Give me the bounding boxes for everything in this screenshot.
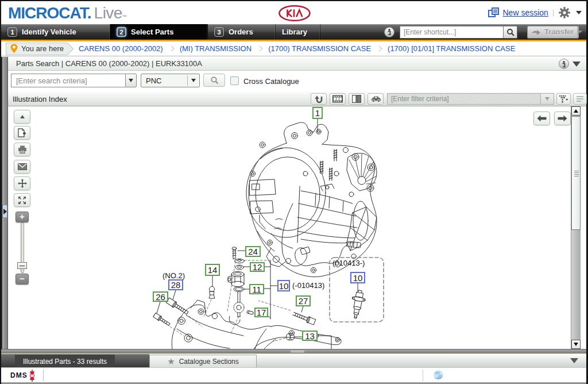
part-callout-17[interactable]: 17	[254, 308, 268, 317]
scrollbar-up-arrow[interactable]	[571, 106, 581, 116]
header-actions: New session |	[488, 6, 582, 20]
parts-search-info-icon[interactable]	[559, 59, 569, 69]
shortcut-search-button[interactable]	[504, 26, 517, 39]
fit-screen-button[interactable]	[14, 193, 30, 207]
new-session-link[interactable]: New session	[503, 8, 548, 17]
search-type-select[interactable]: PNC	[141, 74, 200, 87]
horizontal-splitter[interactable]	[1, 349, 586, 354]
tab-catalogue-sections-label: Catalogue Sections	[179, 358, 239, 366]
nav-tab-library[interactable]: Library	[276, 24, 320, 40]
nav-tab-label: Orders	[229, 28, 253, 36]
part-callout-26[interactable]: 26	[153, 291, 168, 302]
part-callout-12[interactable]: 12	[250, 262, 265, 272]
nav-tab-label: Library	[282, 28, 307, 36]
left-panel-splitter[interactable]	[1, 57, 8, 354]
tab-catalogue-sections[interactable]: ★ Catalogue Sections	[149, 355, 257, 368]
illustration-annotation: (-010413)	[292, 281, 324, 290]
shortcut-input[interactable]	[400, 26, 504, 39]
search-criteria-dropdown[interactable]	[125, 74, 137, 87]
split-view-button[interactable]	[349, 93, 365, 105]
status-bar: DMS	[1, 367, 586, 382]
list-icon	[576, 95, 584, 102]
next-illustration-button[interactable]	[554, 112, 571, 125]
illustration-canvas[interactable]: + − 12412142826111017271310(NO.2)(-01041…	[8, 106, 578, 349]
part-callout-11[interactable]: 11	[249, 284, 264, 294]
parts-search-header: Parts Search | CARENS 00 (2000-2002) | E…	[8, 57, 586, 71]
search-type-value: PNC	[141, 76, 187, 85]
scrollbar-thumb[interactable]	[571, 116, 581, 230]
breadcrumb-link[interactable]: (1700) TRANSMISSION CASE	[268, 44, 371, 53]
header-separator: |	[552, 9, 554, 17]
cross-catalogue-checkbox[interactable]	[230, 76, 239, 85]
transfer-button[interactable]: Transfer	[527, 26, 579, 39]
tab-illustrated-parts[interactable]: Illustrated Parts - 33 results	[15, 355, 115, 368]
part-callout-24[interactable]: 24	[245, 246, 261, 257]
bottom-tab-bar: Illustrated Parts - 33 results ★ Catalog…	[1, 354, 586, 367]
globe-icon[interactable]	[433, 370, 444, 381]
previous-illustration-button[interactable]	[533, 112, 550, 125]
scrollbar-down-arrow[interactable]	[571, 340, 581, 349]
part-callout-10[interactable]: 10	[350, 272, 365, 283]
star-icon: ★	[167, 359, 175, 364]
envelope-icon	[18, 163, 27, 170]
new-illustration-button[interactable]	[14, 126, 30, 140]
nav-tab-orders[interactable]: 3Orders	[208, 24, 276, 40]
zoom-slider-handle[interactable]	[17, 262, 27, 269]
search-criteria-input[interactable]	[11, 74, 125, 87]
breadcrumb-separator	[377, 46, 382, 52]
part-callout-13[interactable]: 13	[302, 331, 318, 341]
gear-icon[interactable]	[558, 6, 571, 19]
part-callout-27[interactable]: 27	[296, 295, 311, 306]
new-page-icon	[18, 128, 26, 137]
filter-dropdown	[541, 93, 554, 105]
nav-tab-select-parts[interactable]: 2Select Parts	[110, 24, 208, 40]
application-window: MICROCAT. Live™ New session |	[0, 0, 588, 384]
arrow-right-icon	[558, 115, 567, 122]
location-pin-icon	[10, 44, 18, 53]
parts-search-title: Parts Search | CARENS 00 (2000-2002) | E…	[16, 59, 202, 68]
part-callout-14[interactable]: 14	[205, 264, 220, 276]
status-separator	[43, 370, 44, 381]
parts-search-header-actions	[559, 59, 581, 69]
zoom-in-button[interactable]: +	[16, 212, 29, 222]
thumbnail-view-button[interactable]	[330, 93, 346, 105]
you-are-here-label: You are here	[21, 44, 64, 53]
vehicle-view-button[interactable]	[368, 93, 384, 105]
printer-icon	[18, 145, 27, 153]
breadcrumb-link[interactable]: (1700) [01/01] TRANSMISSION CASE	[388, 44, 515, 53]
vertical-scrollbar[interactable]	[571, 106, 581, 349]
kia-logo	[278, 5, 311, 24]
shortcut-info-icon	[384, 27, 394, 37]
pan-button[interactable]	[14, 176, 30, 190]
scroll-up-button[interactable]	[14, 110, 30, 124]
return-button[interactable]	[311, 93, 327, 105]
collapse-panel-caret[interactable]	[572, 62, 581, 67]
funnel-icon	[559, 95, 568, 103]
zoom-out-button[interactable]: −	[16, 274, 29, 285]
part-callout-28[interactable]: 28	[168, 279, 183, 290]
part-callout-1[interactable]: 1	[312, 107, 323, 119]
nav-tab-badge: 3	[214, 27, 224, 37]
transfer-dropdown[interactable]	[577, 26, 582, 39]
breadcrumb-link[interactable]: (MI) TRANSMISSION	[180, 44, 252, 53]
expand-left-panel-button[interactable]	[2, 205, 7, 218]
settings-dropdown-caret[interactable]	[576, 11, 582, 14]
fullscreen-icon	[18, 196, 26, 205]
illustration-annotation: (NO.2)	[163, 271, 185, 280]
parts-search-button[interactable]	[203, 74, 225, 87]
tab-menu-caret[interactable]	[570, 358, 578, 363]
brand-text: MICROCAT	[8, 4, 87, 22]
parts-search-controls: PNC Cross Catalogue	[8, 71, 586, 91]
you-are-here-chip: You are here	[6, 43, 67, 55]
search-icon	[210, 76, 219, 85]
search-criteria-combo	[11, 74, 137, 87]
breadcrumb: You are here CARENS 00 (2000-2002)(MI) T…	[1, 41, 586, 56]
breadcrumb-link[interactable]: CARENS 00 (2000-2002)	[79, 44, 163, 53]
dms-connection-icon[interactable]	[28, 369, 37, 382]
part-callout-10[interactable]: 10	[277, 280, 290, 291]
print-button[interactable]	[14, 143, 30, 156]
email-button[interactable]	[14, 160, 30, 174]
nav-tab-identify-vehicle[interactable]: 1Identify Vehicle	[1, 24, 110, 40]
filter-button[interactable]	[556, 93, 571, 105]
illustration-index-title: Illustration Index	[13, 95, 67, 103]
